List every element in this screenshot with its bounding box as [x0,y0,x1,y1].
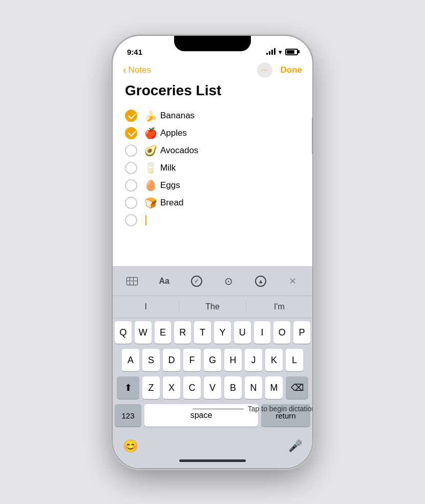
format-button[interactable]: Aa [155,272,174,290]
key-h[interactable]: H [224,349,242,371]
milk-label: Milk [160,163,176,173]
keyboard-row-3: ⬆ Z X C V B N M ⌫ [115,376,310,399]
key-l[interactable]: L [286,349,303,371]
key-d[interactable]: D [163,349,180,371]
nav-bar: ‹ Notes ··· Done [113,60,312,82]
new-item-row[interactable] [125,214,300,226]
shift-key[interactable]: ⬆ [117,376,139,399]
predictive-word-2[interactable]: The [179,300,245,313]
back-label: Notes [129,65,151,75]
return-key[interactable]: return [261,404,310,427]
apple-emoji: 🍎 [144,127,157,139]
table-button[interactable] [123,272,141,290]
pen-button[interactable]: ▲ [251,272,270,290]
note-title[interactable]: Groceries List [125,82,300,99]
key-g[interactable]: G [204,349,221,371]
status-icons: ▾ [266,48,298,56]
key-v[interactable]: V [204,376,221,399]
checkbox-avocados[interactable] [125,144,137,157]
key-k[interactable]: K [265,349,283,371]
note-content: Groceries List 🍌 Bananas 🍎 Apples [113,82,312,266]
close-toolbar-button[interactable]: ✕ [284,272,302,290]
bread-emoji: 🍞 [144,197,157,209]
space-key[interactable]: space [144,404,258,427]
key-s[interactable]: S [142,349,160,371]
key-b[interactable]: B [224,376,242,399]
back-button[interactable]: ‹ Notes [123,65,151,76]
key-a[interactable]: A [122,349,139,371]
emoji-button[interactable]: 😊 [123,439,138,453]
item-text-apples: 🍎 Apples [144,127,187,139]
bottom-bar: 😊 🎤 [113,435,312,455]
more-button[interactable]: ··· [257,62,272,78]
key-r[interactable]: R [174,321,191,344]
milk-emoji: 🥛 [144,162,157,174]
list-item[interactable]: 🥛 Milk [125,162,300,174]
backspace-key[interactable]: ⌫ [286,376,308,399]
key-j[interactable]: J [245,349,262,371]
close-icon: ✕ [289,276,296,287]
more-icon: ··· [261,66,268,75]
done-button[interactable]: Done [281,65,303,75]
home-indicator-area [113,455,312,468]
checkbox-milk[interactable] [125,162,137,174]
predictive-word-1[interactable]: I [113,300,179,313]
status-time: 9:41 [127,48,142,56]
battery-icon [285,49,298,55]
dictation-button[interactable]: 🎤 [288,439,302,453]
key-n[interactable]: N [245,376,262,399]
key-x[interactable]: X [163,376,180,399]
key-y[interactable]: Y [214,321,231,344]
list-item[interactable]: 🍌 Bananas [125,110,300,122]
banana-label: Bananas [160,111,195,121]
key-o[interactable]: O [273,321,290,344]
key-m[interactable]: M [265,376,283,399]
key-z[interactable]: Z [142,376,160,399]
key-c[interactable]: C [183,376,201,399]
key-f[interactable]: F [183,349,201,371]
avocado-label: Avocados [160,145,198,156]
predictive-bar: I The I'm [113,296,312,318]
formatting-toolbar: Aa ✓ ⊙ ▲ ✕ [113,266,312,296]
key-w[interactable]: W [135,321,152,344]
apple-label: Apples [160,128,187,138]
item-text-bread: 🍞 Bread [144,197,183,209]
checkbox-apples[interactable] [125,127,137,139]
item-text-bananas: 🍌 Bananas [144,110,195,122]
chevron-left-icon: ‹ [123,64,126,76]
keyboard-row-2: A S D F G H J K L [115,349,310,371]
list-item[interactable]: 🍎 Apples [125,127,300,139]
checkbox-eggs[interactable] [125,179,137,192]
item-text-eggs: 🥚 Eggs [144,179,180,192]
key-i[interactable]: I [254,321,271,344]
checklist-icon: ✓ [191,276,202,287]
key-u[interactable]: U [234,321,251,344]
home-bar [179,459,246,462]
list-item[interactable]: 🍞 Bread [125,197,300,209]
key-q[interactable]: Q [115,321,132,344]
predictive-word-3[interactable]: I'm [246,300,312,313]
checkbox-bananas[interactable] [125,110,137,122]
bread-label: Bread [160,198,183,208]
egg-label: Eggs [160,180,180,191]
checkbox-new[interactable] [125,214,137,226]
table-icon [126,277,138,285]
item-text-milk: 🥛 Milk [144,162,176,174]
wifi-icon: ▾ [279,48,282,56]
signal-icon [266,49,275,55]
format-icon: Aa [159,277,169,286]
notch [174,36,251,51]
key-e[interactable]: E [155,321,172,344]
list-item[interactable]: 🥑 Avocados [125,144,300,157]
checklist-button[interactable]: ✓ [187,272,206,290]
item-text-avocados: 🥑 Avocados [144,144,198,157]
checkbox-bread[interactable] [125,197,137,209]
avocado-emoji: 🥑 [144,144,157,157]
camera-button[interactable]: ⊙ [219,272,238,290]
key-t[interactable]: T [194,321,211,344]
keyboard-row-4: 123 space return [115,404,310,427]
list-item[interactable]: 🥚 Eggs [125,179,300,192]
key-p[interactable]: P [293,321,310,344]
numbers-key[interactable]: 123 [115,404,141,427]
camera-icon: ⊙ [224,275,233,287]
